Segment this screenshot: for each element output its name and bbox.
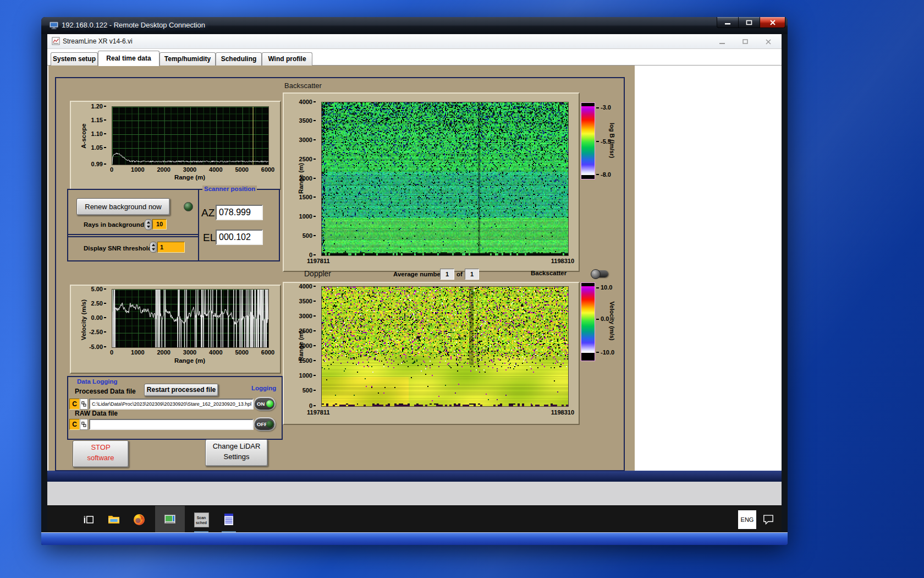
average-number-field[interactable]: 1 [440, 269, 454, 280]
remote-desktop-background [47, 482, 782, 505]
tick-label: 1.05 [82, 144, 106, 151]
tick-label: 5000 [235, 349, 248, 356]
scanner-position-box [198, 189, 280, 261]
change-lidar-settings-button[interactable]: Change LiDAR Settings [205, 439, 268, 466]
rdp-minimize-button[interactable] [717, 17, 739, 28]
notes-app-button[interactable] [217, 506, 241, 533]
colorbar-tick-mark [596, 107, 599, 108]
stop-line1: STOP [73, 442, 128, 452]
raw-path-field[interactable] [89, 419, 254, 430]
tick-label: -2.50 [82, 329, 106, 336]
velocity-plot-canvas [112, 289, 269, 348]
rays-in-background-label: Rays in background [84, 221, 144, 228]
ascope-plot-canvas [112, 106, 269, 165]
doppler-section-title: Doppler [304, 269, 331, 278]
doppler-colorbar-label: Velocity (m/s) [609, 302, 615, 341]
action-center-button[interactable] [762, 514, 774, 527]
backscatter-y-axis-label: Range (m) [298, 163, 304, 194]
tick-label: 1.15 [82, 117, 106, 124]
backscatter-heatmap-canvas [321, 102, 569, 256]
app-close-button[interactable] [761, 39, 776, 45]
doppler-x-end-label: 1198310 [519, 409, 574, 416]
restart-processed-file-button[interactable]: Restart processed file [144, 384, 218, 396]
tick-label: 3000 [183, 349, 196, 356]
backscatter-x-start-label: 1197811 [307, 258, 330, 265]
renew-background-button[interactable]: Renew background now [76, 198, 170, 215]
tick-label: 3500 [293, 117, 316, 124]
processed-path-field[interactable]: C:\Lidar\Data\Proc\2023\202309\20230920\… [89, 399, 254, 410]
ascope-x-axis-label: Range (m) [135, 174, 245, 181]
raw-data-file-label: RAW Data file [75, 410, 118, 417]
backscatter-display-toggle[interactable] [592, 270, 608, 277]
tick-label: 2000 [157, 349, 170, 356]
remote-session: StreamLine XR v14-6.vi System setup Real… [47, 34, 782, 533]
snr-value-field[interactable]: 1 [157, 242, 185, 253]
tick-label: 2000 [157, 166, 170, 173]
app-window-title: StreamLine XR v14-6.vi [63, 37, 133, 45]
tab-wind-profile[interactable]: Wind profile [262, 52, 312, 66]
tab-real-time-data[interactable]: Real time data [98, 51, 160, 66]
snr-spinner[interactable] [150, 242, 157, 253]
scan-scheduler-button[interactable]: Scansched [189, 506, 213, 533]
app-minimize-button[interactable] [715, 39, 729, 45]
change-line2: Settings [206, 451, 267, 462]
tick-label: 0.00 [82, 314, 106, 321]
stop-software-button[interactable]: STOP software [73, 440, 129, 467]
raw-logging-toggle[interactable]: OFF [254, 417, 276, 431]
rdp-titlebar[interactable]: 192.168.0.122 - Remote Desktop Connectio… [41, 17, 788, 34]
raw-drive-selector[interactable]: C [69, 419, 80, 430]
remote-desktop-taskbar-button[interactable] [155, 506, 185, 533]
vi-app-icon [52, 37, 60, 47]
processed-logging-toggle[interactable]: ON [254, 397, 276, 411]
change-line1: Change LiDAR [206, 441, 267, 451]
rdp-close-button[interactable] [760, 17, 785, 28]
rays-spinner[interactable] [145, 219, 152, 230]
tab-system-setup[interactable]: System setup [51, 52, 98, 66]
tick-label: -10.0 [601, 349, 614, 356]
doppler-heatmap-canvas [321, 286, 569, 407]
app-titlebar[interactable]: StreamLine XR v14-6.vi [47, 34, 782, 49]
tab-scheduling[interactable]: Scheduling [216, 52, 262, 66]
action-center-icon [762, 514, 774, 525]
rdp-restore-button[interactable] [738, 17, 760, 28]
tick-label: 6000 [261, 349, 274, 356]
background-status-led [184, 202, 193, 211]
el-value-display: 000.102 [216, 230, 263, 245]
el-label: EL [203, 232, 216, 244]
doppler-y-axis-label: Range (m) [298, 330, 304, 361]
off-indicator [266, 421, 273, 428]
colorbar-tick-mark [596, 141, 599, 142]
tick-label: 3000 [293, 313, 316, 320]
tick-label: 1000 [293, 213, 316, 220]
app-restore-button[interactable] [738, 39, 752, 45]
notes-app-icon [222, 512, 235, 527]
doppler-x-start-label: 1197811 [307, 409, 330, 416]
colorbar-tick-mark [596, 287, 599, 288]
tick-label: 1.10 [82, 130, 106, 138]
tick-label: 6000 [261, 166, 274, 173]
rdp-window: 192.168.0.122 - Remote Desktop Connectio… [41, 17, 788, 545]
rays-value-field[interactable]: 10 [152, 219, 167, 230]
task-view-button[interactable] [77, 506, 100, 533]
language-indicator[interactable]: ENG [738, 510, 756, 529]
colorbar-tick-mark [596, 174, 599, 175]
raw-browse-button[interactable] [80, 419, 88, 430]
toggle-knob [591, 269, 601, 279]
colorbar-tick-mark [596, 352, 599, 353]
tick-label: 5000 [235, 166, 248, 173]
average-total-field[interactable]: 1 [465, 269, 479, 280]
rdp-app-icon [49, 20, 59, 30]
tick-label: 1500 [293, 357, 316, 364]
scan-scheduler-icon: Scansched [194, 512, 209, 527]
file-explorer-button[interactable] [102, 506, 125, 533]
streamline-app-window: StreamLine XR v14-6.vi System setup Real… [47, 34, 782, 482]
firefox-button[interactable] [128, 506, 151, 533]
processed-browse-button[interactable] [80, 399, 88, 410]
tick-label: 2500 [293, 156, 316, 163]
tab-temp-humidity[interactable]: Temp/humidity [160, 52, 216, 66]
tick-label: 3500 [293, 298, 316, 305]
processed-drive-selector[interactable]: C [69, 399, 80, 410]
tick-label: 2000 [293, 175, 316, 182]
tick-label: 4000 [293, 99, 316, 106]
velocity-y-tick-labels: 5.002.500.00-2.50-5.00 [82, 289, 109, 347]
